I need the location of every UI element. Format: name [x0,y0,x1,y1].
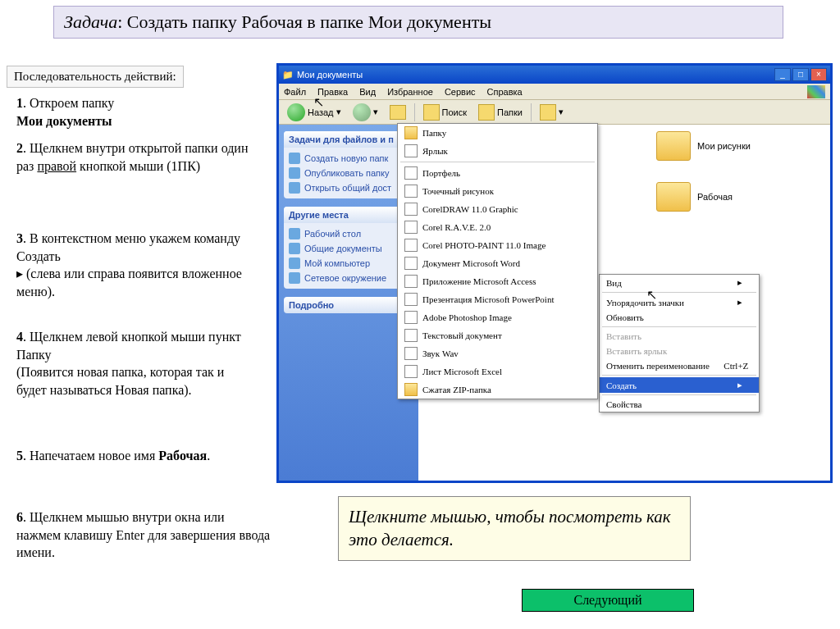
task-link[interactable]: Открыть общий дост [289,180,409,195]
task-icon [289,153,300,164]
place-icon [289,258,300,269]
task-icon [289,167,300,179]
details-panel: Подробно [284,297,413,313]
menu-service[interactable]: Сервис [445,87,476,97]
forward-icon [353,103,371,121]
minimize-button[interactable]: _ [774,68,791,81]
submenu-briefcase[interactable]: Портфель [398,164,597,182]
zip-icon [404,383,418,396]
task-link[interactable]: Создать новую папк [289,151,409,166]
cursor-icon: ↖ [313,94,324,110]
submenu-excel[interactable]: Лист Microsoft Excel [398,362,597,381]
submenu-wav[interactable]: Звук Wav [398,344,597,362]
menu-view[interactable]: Вид [359,87,376,97]
excel-icon [404,365,418,378]
window-title: Мои документы [297,70,363,80]
submenu-text[interactable]: Текстовый документ [398,326,597,344]
step-1: 1. Откроем папку Мои документы [16,94,180,130]
submenu-word[interactable]: Документ Microsoft Word [398,254,597,272]
step-5: 5. Напечатаем новое имя Рабочая. [16,447,254,465]
ctx-view[interactable]: Вид▸ [600,275,759,290]
access-icon [404,275,418,288]
ctx-create[interactable]: Создать▸ [600,377,759,393]
views-icon [540,104,556,121]
folders-button[interactable]: Папки [475,103,526,122]
up-button[interactable] [386,103,409,122]
menu-favorites[interactable]: Избранное [387,87,433,97]
menu-file[interactable]: Файл [284,87,306,97]
step-2: 2. Щелкнем внутри открытой папки один ра… [16,139,254,175]
views-button[interactable]: ▾ [536,103,567,122]
up-icon [390,105,406,120]
task-link[interactable]: Опубликовать папку [289,166,409,180]
title-bar[interactable]: 📁 Мои документы _ □ × [279,66,830,84]
folder-icon [656,131,691,161]
ctx-properties[interactable]: Свойства [600,397,759,412]
folders-icon [478,104,495,121]
folder-icon [404,126,418,139]
sequence-header: Последовательность действий: [7,66,184,88]
close-button[interactable]: × [810,68,827,81]
ctx-paste-shortcut[interactable]: Вставить ярлык [600,344,759,358]
step-3: 3. В контекстном меню укажем команду Соз… [16,230,254,300]
folder-icon: 📁 [282,70,294,80]
photopaint-icon [404,239,418,252]
search-button[interactable]: Поиск [420,103,470,122]
hint-box: Щелкните мышью, чтобы посмотреть как это… [338,496,691,561]
submenu-access[interactable]: Приложение Microsoft Access [398,272,597,290]
step-4: 4. Щелкнем левой кнопкой мыши пункт Папк… [16,328,254,399]
forward-button[interactable]: ▾ [349,103,381,122]
place-link[interactable]: Сетевое окружение [289,271,409,285]
ctx-undo[interactable]: Отменить переименование Ctrl+Z [600,358,759,373]
place-link[interactable]: Рабочий стол [289,226,409,241]
tasks-panel: Задачи для файлов и п Создать новую папк… [284,131,413,198]
create-submenu: Папку Ярлык Портфель Точечный рисунок Co… [397,123,598,399]
submenu-photoshop[interactable]: Adobe Photoshop Image [398,308,597,326]
submenu-shortcut[interactable]: Ярлык [398,142,597,160]
maximize-button[interactable]: □ [792,68,809,81]
menu-bar: Файл Правка Вид Избранное Сервис Справка [279,84,830,100]
submenu-bitmap[interactable]: Точечный рисунок [398,182,597,200]
step-6: 6. Щелкнем мышью внутри окна или нажмем … [16,508,271,562]
task-label: Задача [64,11,117,32]
context-menu: Вид▸ Упорядочить значки▸ Обновить Встави… [599,274,760,412]
cursor-icon: ↖ [646,287,657,303]
bitmap-icon [404,185,418,198]
task-text: : Создать папку Рабочая в папке Мои доку… [117,11,491,32]
ctx-paste[interactable]: Вставить [600,329,759,344]
word-icon [404,257,418,270]
submenu-powerpoint[interactable]: Презентация Microsoft PowerPoint [398,290,597,308]
place-icon [289,243,300,254]
place-link[interactable]: Общие документы [289,241,409,256]
powerpoint-icon [404,293,418,306]
ctx-arrange[interactable]: Упорядочить значки▸ [600,294,759,310]
next-button[interactable]: Следующий [522,589,694,612]
place-icon [289,272,300,284]
places-panel: Другие места Рабочий стол Общие документ… [284,207,413,289]
submenu-photopaint[interactable]: Corel PHOTO-PAINT 11.0 Image [398,236,597,254]
corel-icon [404,203,418,216]
back-icon [287,103,305,121]
ctx-refresh[interactable]: Обновить [600,310,759,325]
submenu-zip[interactable]: Сжатая ZIP-папка [398,381,597,399]
place-icon [289,228,300,239]
shortcut-icon [404,144,418,157]
toolbar: Назад ▾ ▾ Поиск Папки ▾ [279,100,830,125]
folder-item[interactable]: Рабочая [656,182,733,212]
task-box: Задача: Создать папку Рабочая в папке Мо… [53,6,783,39]
rave-icon [404,221,418,234]
xp-logo-icon [807,85,825,98]
briefcase-icon [404,166,418,180]
submenu-rave[interactable]: Corel R.A.V.E. 2.0 [398,218,597,236]
submenu-coreldraw[interactable]: CorelDRAW 11.0 Graphic [398,200,597,218]
sound-icon [404,347,418,360]
search-icon [423,104,440,121]
task-icon [289,182,300,194]
submenu-folder[interactable]: Папку [398,124,597,142]
menu-help[interactable]: Справка [487,87,523,97]
place-link[interactable]: Мой компьютер [289,256,409,271]
photoshop-icon [404,311,418,324]
text-icon [404,329,418,342]
folder-item[interactable]: Мои рисунки [656,131,751,161]
folder-icon [656,182,691,212]
